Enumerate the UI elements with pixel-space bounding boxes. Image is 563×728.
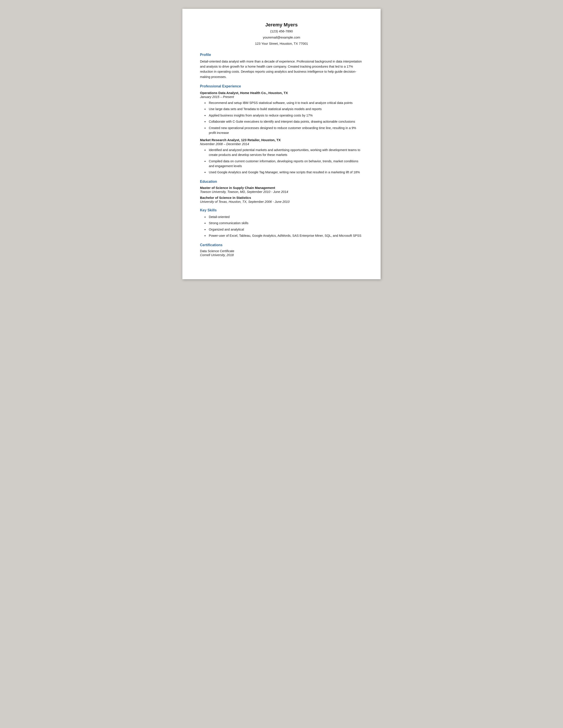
degree-detail-1: Towson University, Towson, MD, September…: [200, 190, 363, 194]
job-title-1: Operations Data Analyst, Home Health Co.…: [200, 91, 363, 95]
bullet-item: Recommend and setup IBM SPSS statistical…: [204, 100, 363, 105]
certifications-section: Certifications Data Science Certificate …: [200, 243, 363, 257]
bullet-item: Use large data sets and Teradata to buil…: [204, 107, 363, 111]
skills-list: Detail-oriented Strong communication ski…: [200, 214, 363, 238]
applicant-phone: (123) 456-7890: [200, 29, 363, 34]
job-dates-2: November 2008 – December 2014: [200, 142, 363, 146]
skill-item: Organized and analytical: [204, 227, 363, 232]
degree-detail-2: University of Texas, Houston, TX, Septem…: [200, 200, 363, 203]
job-entry-2: Market Research Analyst, 123 Retailer, H…: [200, 138, 363, 175]
experience-section: Professional Experience Operations Data …: [200, 84, 363, 175]
skill-item: Power-user of Excel, Tableau, Google Ana…: [204, 233, 363, 238]
bullet-item: Collaborate with C-Suite executives to i…: [204, 119, 363, 124]
applicant-email: youremail@example.com: [200, 35, 363, 40]
job-bullets-1: Recommend and setup IBM SPSS statistical…: [200, 100, 363, 135]
skill-item: Detail-oriented: [204, 214, 363, 219]
job-dates-1: January 2015 – Present: [200, 95, 363, 99]
cert-detail-1: Cornell University, 2018: [200, 253, 363, 257]
job-bullets-2: Identified and analyzed potential market…: [200, 148, 363, 175]
degree-entry-2: Bachelor of Science in Statistics Univer…: [200, 196, 363, 203]
bullet-item: Created new operational processes design…: [204, 126, 363, 135]
skill-item: Strong communication skills: [204, 221, 363, 225]
skills-section-title: Key Skills: [200, 208, 363, 212]
bullet-item: Compiled data on current customer inform…: [204, 159, 363, 169]
skills-section: Key Skills Detail-oriented Strong commun…: [200, 208, 363, 238]
bullet-item: Used Google Analytics and Google Tag Man…: [204, 170, 363, 175]
degree-title-2: Bachelor of Science in Statistics: [200, 196, 363, 200]
applicant-name: Jeremy Myers: [200, 22, 363, 28]
degree-entry-1: Master of Science in Supply Chain Manage…: [200, 186, 363, 194]
profile-section: Profile Detail-oriented data analyst wit…: [200, 53, 363, 79]
profile-section-title: Profile: [200, 53, 363, 57]
education-section-title: Education: [200, 180, 363, 184]
bullet-item: Identified and analyzed potential market…: [204, 148, 363, 157]
profile-body: Detail-oriented data analyst with more t…: [200, 59, 363, 79]
degree-title-1: Master of Science in Supply Chain Manage…: [200, 186, 363, 190]
experience-section-title: Professional Experience: [200, 84, 363, 88]
education-section: Education Master of Science in Supply Ch…: [200, 180, 363, 203]
job-entry-1: Operations Data Analyst, Home Health Co.…: [200, 91, 363, 135]
resume-header: Jeremy Myers (123) 456-7890 youremail@ex…: [200, 22, 363, 46]
job-title-2: Market Research Analyst, 123 Retailer, H…: [200, 138, 363, 142]
applicant-address: 123 Your Street, Houston, TX 77001: [200, 41, 363, 46]
resume-document: Jeremy Myers (123) 456-7890 youremail@ex…: [182, 9, 381, 279]
certifications-section-title: Certifications: [200, 243, 363, 247]
bullet-item: Applied business insights from analysis …: [204, 113, 363, 118]
cert-name-1: Data Science Certificate: [200, 249, 363, 253]
